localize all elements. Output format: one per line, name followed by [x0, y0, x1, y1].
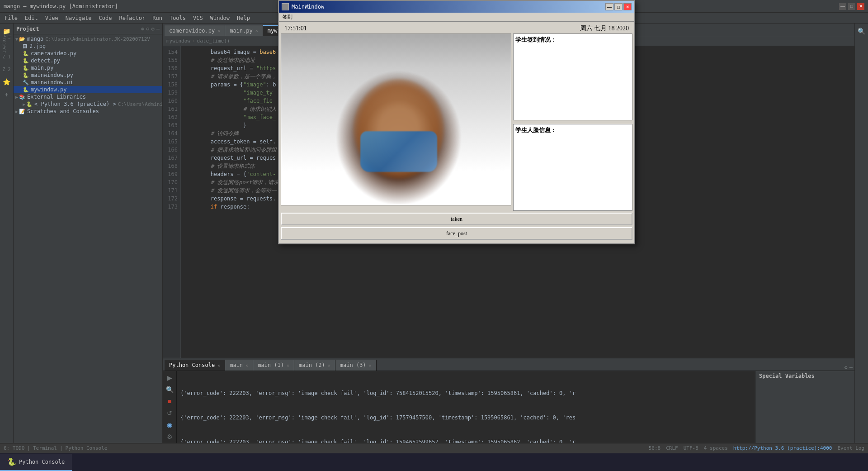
mw-video-feed — [281, 33, 511, 205]
menu-tools[interactable]: Tools — [167, 14, 189, 22]
taskbar-python-console[interactable]: 🐍 Python Console — [0, 454, 72, 471]
sidebar-z2-icon[interactable]: Z 2 — [1, 63, 13, 75]
panel-ctrl-expand[interactable]: ⊖ — [146, 26, 149, 32]
status-python-console[interactable]: Python Console — [66, 445, 108, 451]
settings-small-btn[interactable]: ⚙ — [165, 432, 175, 442]
line-numbers: 154 155 156 157 158 159 160 161 162 163 … — [163, 46, 181, 358]
menu-file[interactable]: File — [2, 14, 20, 22]
status-todo[interactable]: 6: TODO — [4, 445, 24, 451]
tab-main2-console[interactable]: main (2) ✕ — [294, 360, 335, 371]
close-button[interactable]: ✕ — [857, 3, 864, 10]
sidebar-favorites-icon[interactable]: ⭐ — [1, 76, 13, 88]
tab-python-console[interactable]: Python Console ✕ — [165, 360, 225, 371]
tab-main3-console[interactable]: main (3) ✕ — [335, 360, 377, 371]
tree-item-mywindow[interactable]: 🐍 mywindow.py — [14, 86, 162, 93]
taskbar-python-label: Python Console — [19, 459, 65, 465]
mw-content: 17:51:01 周六 七月 18 2020 — [279, 22, 634, 243]
mw-title-text: MainWindow — [292, 4, 603, 10]
menu-view[interactable]: View — [42, 14, 61, 22]
tab-close-main1-console[interactable]: ✕ — [287, 363, 289, 368]
title-bar-controls: — □ ✕ — [839, 3, 864, 10]
panel-ctrl-collapse[interactable]: ⊕ — [141, 26, 144, 32]
mask-area — [360, 131, 437, 172]
mw-date-display: 周六 七月 18 2020 — [580, 24, 629, 33]
tab-main[interactable]: main.py ✕ — [225, 25, 263, 36]
taskbar: 🐍 Python Console — [0, 453, 868, 471]
mw-main-area: 学生签到情况： 学生人脸信息： — [281, 33, 632, 211]
sidebar-structure-icon[interactable]: 1: Project — [1, 38, 13, 50]
tab-close-main-console[interactable]: ✕ — [245, 363, 248, 368]
menu-code[interactable]: Code — [96, 14, 115, 22]
panel-ctrl-gear[interactable]: ⚙ — [151, 26, 155, 32]
breadcrumb-part1: mywindow — [166, 38, 190, 44]
status-left: 6: TODO | Terminal | Python Console — [4, 445, 107, 451]
tab-close-cameravideo[interactable]: ✕ — [217, 28, 220, 33]
menu-vcs[interactable]: VCS — [190, 14, 206, 22]
tree-external-libs[interactable]: ▶ 📚 External Libraries — [14, 93, 162, 100]
status-terminal[interactable]: Terminal — [33, 445, 57, 451]
title-bar-text: mango – mywindow.py [Administrator] — [4, 3, 118, 10]
mw-close-btn[interactable]: ✕ — [623, 3, 632, 10]
tab-close-main2-console[interactable]: ✕ — [328, 363, 330, 368]
right-sidebar-search[interactable]: 🔍 — [856, 25, 868, 37]
rerun-btn[interactable]: ↺ — [165, 408, 175, 418]
status-event-log[interactable]: Event Log — [837, 445, 864, 451]
bottom-tabs: Python Console ✕ main ✕ main (1) ✕ main … — [163, 358, 854, 371]
tab-main1-console[interactable]: main (1) ✕ — [253, 360, 294, 371]
tab-close-python-console[interactable]: ✕ — [217, 363, 220, 368]
tree-item-main[interactable]: 🐍 main.py — [14, 64, 162, 71]
taskbar-python-icon: 🐍 — [7, 457, 16, 466]
mw-time-display: 17:51:01 — [284, 25, 307, 32]
minimize-button[interactable]: — — [839, 3, 846, 10]
run-btn[interactable]: ▶ — [165, 373, 175, 383]
menu-window[interactable]: Window — [208, 14, 232, 22]
status-crlf: CRLF — [666, 445, 678, 451]
mw-maximize-btn[interactable]: □ — [614, 3, 623, 10]
maximize-button[interactable]: □ — [848, 3, 855, 10]
tab-close-main[interactable]: ✕ — [255, 28, 258, 33]
mw-video-inner — [281, 34, 511, 205]
console-line-1: {'error_code': 222203, 'error_msg': 'ima… — [180, 389, 751, 397]
taken-button[interactable]: taken — [281, 213, 632, 225]
mw-title-icon — [282, 3, 289, 10]
status-bar: 6: TODO | Terminal | Python Console 56:8… — [0, 443, 868, 453]
console-settings-btn[interactable]: ⚙ — [844, 364, 848, 371]
tree-root[interactable]: ▼ 📂 mango C:\Users\Administrator.JK-2020… — [14, 35, 162, 43]
tree-item-detect[interactable]: 🐍 detect.py — [14, 57, 162, 64]
sidebar-z1-icon[interactable]: Z 1 — [1, 51, 13, 62]
tree-item-mainwindow-ui[interactable]: 🔧 mainwindow.ui — [14, 79, 162, 86]
menu-refactor[interactable]: Refactor — [116, 14, 148, 22]
special-vars-title: Special Variables — [759, 373, 851, 379]
active-btn[interactable]: ◉ — [165, 420, 175, 430]
console-minimize-btn[interactable]: — — [849, 364, 853, 371]
mw-menu-signin[interactable]: 签到 — [281, 14, 294, 20]
menu-help[interactable]: Help — [234, 14, 253, 22]
tree-scratches[interactable]: ▶ 📝 Scratches and Consoles — [14, 108, 162, 115]
menu-run[interactable]: Run — [150, 14, 165, 22]
tab-main-console[interactable]: main ✕ — [225, 360, 253, 371]
status-interpreter[interactable]: http://Python 3.6 (practice):4000 — [733, 445, 832, 451]
menu-edit[interactable]: Edit — [22, 14, 41, 22]
tree-item-cameravideo[interactable]: 🐍 cameravideo.py — [14, 50, 162, 57]
sidebar-add-icon[interactable]: + — [1, 89, 13, 100]
mw-action-buttons: taken face_post — [281, 211, 632, 242]
tab-close-main3-console[interactable]: ✕ — [369, 363, 372, 368]
face-post-button[interactable]: face_post — [281, 227, 632, 240]
panel-title: Project — [16, 26, 39, 32]
mw-student-sign-box: 学生签到情况： — [513, 33, 632, 120]
tree-item-mainwindow[interactable]: 🐍 mainwindow.py — [14, 71, 162, 79]
project-tree: ▼ 📂 mango C:\Users\Administrator.JK-2020… — [14, 34, 162, 471]
status-cursor: 56:8 — [649, 445, 661, 451]
tree-item-2jpg[interactable]: 🖼 2.jpg — [14, 43, 162, 50]
panel-ctrl-minus[interactable]: — — [156, 26, 160, 32]
status-right: 56:8 CRLF UTF-8 4 spaces http://Python 3… — [649, 445, 864, 451]
mw-minimize-btn[interactable]: — — [605, 3, 613, 10]
tab-cameravideo[interactable]: cameravideo.py ✕ — [165, 25, 225, 36]
tree-python36[interactable]: ▶ 🐍 < Python 3.6 (practice) > C:\Users\A… — [14, 100, 162, 108]
menu-navigate[interactable]: Navigate — [63, 14, 94, 22]
debug-btn[interactable]: 🔍 — [165, 385, 175, 395]
panel-controls: ⊕ ⊖ ⚙ — — [141, 26, 160, 32]
mw-student-face-box: 学生人脸信息： — [513, 124, 632, 211]
stop-btn[interactable]: ■ — [165, 396, 175, 406]
breadcrumb-part2: date_time() — [197, 38, 230, 44]
